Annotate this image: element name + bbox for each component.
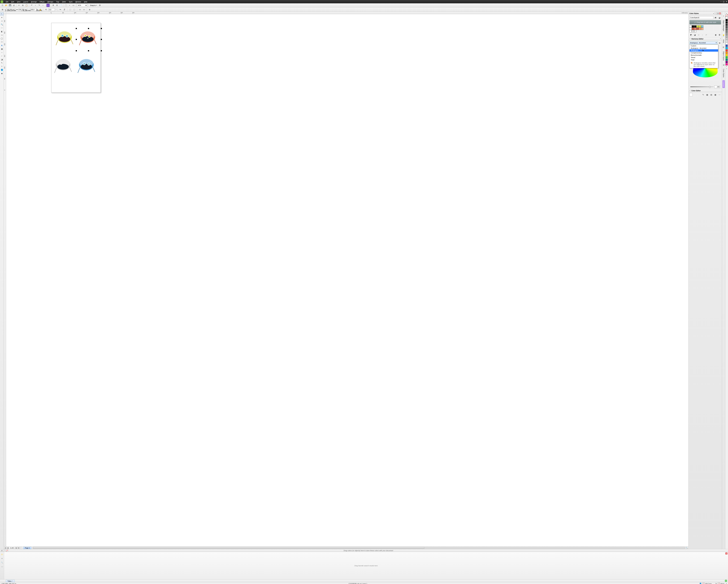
- palette-swatch[interactable]: [726, 24, 728, 26]
- color-sliders-button[interactable]: ▤: [710, 93, 713, 96]
- shape-tool[interactable]: ✦: [0, 16, 3, 19]
- slider-thumb[interactable]: [709, 86, 710, 88]
- selection-handle-tl[interactable]: [76, 28, 77, 29]
- docker-title-bar[interactable]: Color Styles » – ▢ ✕: [688, 12, 722, 15]
- text-tool[interactable]: A: [0, 44, 3, 47]
- zoom-tool[interactable]: 🔍: [0, 23, 3, 26]
- harmony-option[interactable]: Custom: [690, 45, 718, 47]
- no-color-swatch[interactable]: [726, 15, 728, 17]
- zoom-select[interactable]: 41%: [77, 4, 87, 7]
- menu-layout[interactable]: Layout: [22, 1, 30, 3]
- palette-swatch[interactable]: [726, 26, 728, 28]
- new-harmony-button-2[interactable]: ◪: [693, 33, 696, 36]
- to-back-button[interactable]: ▭: [82, 8, 86, 11]
- new-button[interactable]: 🗋: [1, 4, 4, 7]
- artwork-hat-red-selected[interactable]: ✕: [78, 26, 98, 46]
- palette-swatch[interactable]: [726, 21, 728, 24]
- ungroup-button[interactable]: ⬚: [69, 8, 72, 11]
- rotation-input[interactable]: [49, 8, 55, 11]
- palette-swatch[interactable]: [726, 56, 728, 58]
- selection-handle-tm[interactable]: [88, 28, 89, 29]
- color-swatch[interactable]: [701, 25, 703, 28]
- crop-tool[interactable]: ⟃: [0, 19, 3, 23]
- freehand-tool[interactable]: 〰: [0, 26, 3, 30]
- delete-style-button[interactable]: 🗑: [718, 33, 721, 36]
- copy-button[interactable]: ⧉: [21, 4, 24, 7]
- color-swatch[interactable]: [692, 30, 694, 32]
- object-styles-icon[interactable]: ◧: [723, 46, 725, 48]
- page-add-button[interactable]: +: [20, 547, 22, 549]
- color-swatch[interactable]: [694, 30, 696, 32]
- document-palette-tray[interactable]: ▶ ✎ Drag colors (or objects) here to sto…: [0, 549, 728, 552]
- menu-edit[interactable]: Edit: [10, 1, 16, 3]
- wrap-text-button[interactable]: ≣: [88, 8, 91, 11]
- harmony-section-header[interactable]: ⌃ Harmony Editor ⌃: [688, 37, 722, 40]
- palette-swatch[interactable]: [726, 40, 728, 42]
- eyedropper-tool[interactable]: ✎: [0, 61, 3, 64]
- menu-effects[interactable]: Effects: [38, 1, 46, 3]
- rectangle-tool[interactable]: ▭: [0, 33, 3, 36]
- ruler-vertical[interactable]: 050100150200250300: [4, 14, 6, 547]
- mirror-v-button[interactable]: ⇵: [63, 8, 66, 11]
- harmony-options-button[interactable]: ⊞: [718, 41, 721, 45]
- artwork-hat-yellow[interactable]: [54, 26, 75, 46]
- close-button[interactable]: ✕: [726, 1, 727, 3]
- redo-button[interactable]: ↷: [37, 4, 41, 7]
- artwork-hat-grey[interactable]: [53, 54, 73, 74]
- outline-color-none-icon[interactable]: [718, 583, 720, 584]
- export-button[interactable]: ⬆: [55, 4, 58, 7]
- snapto-menu[interactable]: Snap to▾: [89, 4, 98, 6]
- selection-handle-bl[interactable]: [76, 50, 77, 51]
- hints-icon[interactable]: 💡: [723, 34, 725, 36]
- color-swatch[interactable]: [690, 28, 692, 30]
- color-options-button[interactable]: ⋯: [718, 93, 721, 96]
- select-unused-button[interactable]: ◉: [714, 33, 717, 36]
- color-swatch[interactable]: [696, 28, 699, 30]
- ruler-horizontal[interactable]: millimeters 050100150200250300350: [4, 12, 688, 14]
- docker-restore-button[interactable]: ▢: [717, 12, 719, 15]
- palette-flyout[interactable]: ◂: [726, 67, 727, 70]
- docker-collapse-icon[interactable]: »: [713, 13, 714, 14]
- horizontal-scrollbar[interactable]: [33, 547, 685, 549]
- harmony-option[interactable]: Tetrad: [690, 56, 718, 59]
- tab-color-styles[interactable]: Color Styles: [723, 68, 725, 78]
- palette-swatch[interactable]: [726, 54, 728, 56]
- palette-swatch[interactable]: [726, 33, 728, 35]
- publish-pdf-button[interactable]: 📄: [59, 4, 62, 7]
- ellipse-tool[interactable]: ◯: [0, 37, 3, 40]
- tray-nocolor-button[interactable]: [6, 550, 8, 552]
- color-swatch[interactable]: [694, 25, 696, 28]
- print-button[interactable]: 🖨: [12, 4, 16, 7]
- color-editor-section-header[interactable]: ⌃ Color Editor: [688, 89, 722, 92]
- selection-handle-bm[interactable]: [88, 50, 89, 51]
- mirror-h-button[interactable]: ⇋: [59, 8, 62, 11]
- menu-arrange[interactable]: Arrange: [30, 1, 38, 3]
- minimize-button[interactable]: –: [720, 1, 722, 3]
- harmony-option[interactable]: Complementary: [690, 52, 718, 54]
- docker-close-button[interactable]: ✕: [719, 12, 721, 15]
- menu-file[interactable]: FFileile: [4, 1, 10, 3]
- status-expand-icon[interactable]: ▸: [726, 583, 727, 584]
- color-palettes-button[interactable]: ▦: [714, 93, 717, 96]
- color-wheel[interactable]: [692, 66, 719, 85]
- palette-swatch[interactable]: [726, 35, 728, 37]
- palette-swatch[interactable]: [726, 42, 728, 45]
- connector-tool[interactable]: ⌐: [0, 54, 3, 57]
- palette-scroll-up[interactable]: ▴: [726, 12, 727, 15]
- save-button[interactable]: 💾: [8, 4, 11, 7]
- color-styles-icon[interactable]: ◪: [723, 63, 725, 66]
- selection-handle-ml[interactable]: [76, 39, 77, 40]
- connect-body[interactable]: Drag favorite search results here: [4, 552, 728, 579]
- color-swatch[interactable]: [692, 25, 694, 28]
- palette-scroll-down[interactable]: ▾: [726, 65, 727, 67]
- canvas[interactable]: ✕: [6, 14, 688, 547]
- cut-button[interactable]: ✂: [17, 4, 21, 7]
- palette-swatch[interactable]: [726, 52, 728, 54]
- palette-swatch[interactable]: [726, 47, 728, 49]
- eyedropper-button[interactable]: ✎: [702, 93, 705, 96]
- fullscreen-menu[interactable]: ▾: [68, 4, 71, 7]
- interactive-tool[interactable]: ◪: [0, 58, 3, 61]
- tray-play-button[interactable]: ▶: [1, 550, 3, 552]
- open-button[interactable]: 📂: [5, 4, 8, 7]
- palette-swatch[interactable]: [726, 17, 728, 19]
